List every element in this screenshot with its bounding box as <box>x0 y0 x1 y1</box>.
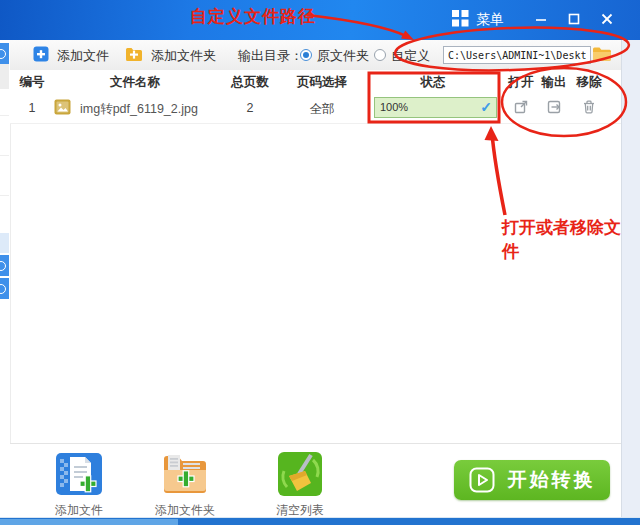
menu-label: 菜单 <box>476 11 504 29</box>
maximize-icon <box>568 11 580 29</box>
col-number: 编号 <box>20 74 45 91</box>
minimize-button[interactable] <box>528 8 554 32</box>
row-number: 1 <box>29 101 36 115</box>
app-window: 菜单 添加文件 <box>0 0 640 525</box>
progress-bar: 100% ✓ <box>374 97 497 118</box>
col-filename: 文件名称 <box>110 74 160 91</box>
taskbar-strip <box>0 517 640 525</box>
file-name: img转pdf_6119_2.jpg <box>80 101 198 118</box>
done-check-icon: ✓ <box>480 99 492 115</box>
add-folder-button[interactable]: 添加文件夹 <box>125 46 216 66</box>
image-file-icon <box>54 99 71 119</box>
clear-list-big-icon <box>276 484 324 501</box>
footer-bar: 添加文件 添加文件夹 清空列表 开始转换 <box>10 443 621 518</box>
col-status: 状态 <box>421 74 446 91</box>
browse-folder-icon[interactable] <box>592 46 612 66</box>
total-pages: 2 <box>247 101 254 115</box>
output-path-input[interactable] <box>443 46 591 64</box>
add-folder-icon <box>125 46 143 66</box>
col-output: 输出 <box>542 74 567 91</box>
open-file-icon[interactable] <box>513 99 529 115</box>
play-icon <box>469 467 495 493</box>
table-row: 1 img转pdf_6119_2.jpg 2 全部 100% ✓ <box>10 92 621 124</box>
add-folder-big-button[interactable] <box>161 450 209 498</box>
right-edge-strip <box>621 40 640 517</box>
add-file-label: 添加文件 <box>57 47 109 65</box>
add-file-big-icon <box>55 484 103 501</box>
annotation-arrowhead-2 <box>485 126 499 141</box>
col-open: 打开 <box>509 74 534 91</box>
minimize-icon <box>535 11 547 29</box>
page-range: 全部 <box>310 101 335 118</box>
annotation-icons-label: 打开或者移除文件 <box>502 216 634 264</box>
remove-file-icon[interactable] <box>581 99 597 115</box>
table-header: 编号 文件名称 总页数 页码选择 状态 打开 输出 移除 <box>10 70 621 93</box>
left-strip-item <box>0 255 9 276</box>
col-page-select: 页码选择 <box>297 74 347 91</box>
grid-menu-icon <box>452 10 469 31</box>
radio-custom-label[interactable]: 自定义 <box>391 47 430 65</box>
output-dir-label: 输出目录： <box>238 47 303 65</box>
toolbar: 添加文件 添加文件夹 输出目录： 原文件夹 自定义 <box>10 40 621 71</box>
maximize-button[interactable] <box>561 8 587 32</box>
add-file-icon <box>33 46 49 66</box>
radio-original-folder[interactable] <box>300 49 312 61</box>
add-folder-big-icon <box>161 484 209 501</box>
progress-value: 100% <box>380 101 408 113</box>
add-folder-label: 添加文件夹 <box>151 47 216 65</box>
menu-button[interactable]: 菜单 <box>452 9 504 31</box>
close-button[interactable] <box>594 8 620 32</box>
close-icon <box>601 11 613 29</box>
col-remove: 移除 <box>577 74 602 91</box>
export-file-icon[interactable] <box>546 99 562 115</box>
left-strip-button <box>0 43 9 64</box>
radio-original-folder-label[interactable]: 原文件夹 <box>317 47 369 65</box>
annotation-arrow-to-icons <box>492 133 505 215</box>
clear-list-big-button[interactable] <box>276 450 324 498</box>
left-strip-item <box>0 278 9 299</box>
col-pages: 总页数 <box>231 74 269 91</box>
start-convert-label: 开始转换 <box>508 467 596 493</box>
radio-custom[interactable] <box>374 49 386 61</box>
title-bar: 菜单 <box>0 0 640 40</box>
add-file-big-button[interactable] <box>55 450 103 498</box>
add-file-button[interactable]: 添加文件 <box>33 46 109 66</box>
taskbar-highlight <box>0 519 178 525</box>
start-convert-button[interactable]: 开始转换 <box>454 460 610 500</box>
